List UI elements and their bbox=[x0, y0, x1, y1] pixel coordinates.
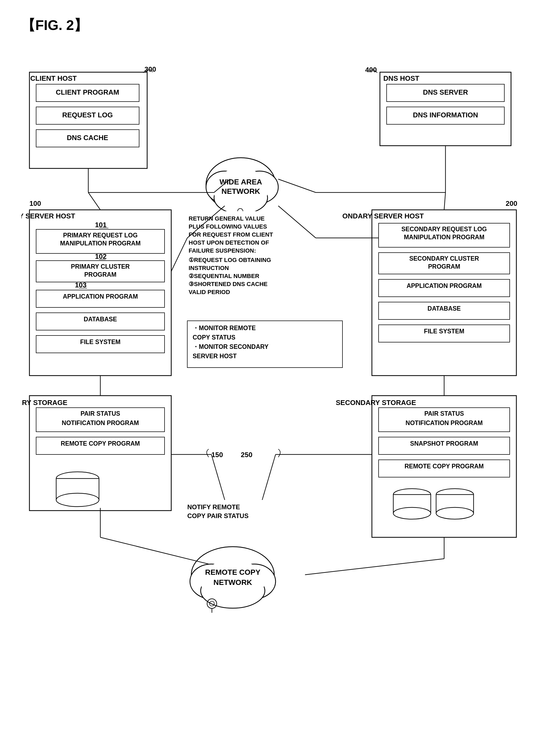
svg-text:REQUEST LOG: REQUEST LOG bbox=[62, 111, 113, 119]
svg-point-103 bbox=[393, 507, 431, 519]
svg-text:MANIPULATION PROGRAM: MANIPULATION PROGRAM bbox=[60, 240, 140, 247]
svg-text:103: 103 bbox=[75, 281, 86, 289]
svg-text:VALID PERIOD: VALID PERIOD bbox=[189, 289, 230, 295]
svg-text:PRIMARY CLUSTER: PRIMARY CLUSTER bbox=[71, 263, 130, 270]
svg-text:FILE SYSTEM: FILE SYSTEM bbox=[424, 328, 465, 335]
svg-text:・MONITOR SECONDARY: ・MONITOR SECONDARY bbox=[193, 343, 268, 350]
svg-text:NETWORK: NETWORK bbox=[213, 578, 252, 587]
svg-text:PROGRAM: PROGRAM bbox=[84, 271, 116, 278]
svg-text:FILE SYSTEM: FILE SYSTEM bbox=[80, 338, 121, 345]
svg-line-129 bbox=[171, 238, 187, 271]
svg-text:APPLICATION PROGRAM: APPLICATION PROGRAM bbox=[407, 282, 482, 289]
svg-text:DATABASE: DATABASE bbox=[428, 305, 461, 312]
svg-text:PRIMARY REQUEST LOG: PRIMARY REQUEST LOG bbox=[63, 232, 138, 239]
svg-text:CLIENT PROGRAM: CLIENT PROGRAM bbox=[56, 88, 119, 96]
svg-line-123 bbox=[88, 192, 100, 210]
svg-text:SECONDARY STORAGE: SECONDARY STORAGE bbox=[336, 399, 416, 407]
svg-line-126 bbox=[278, 179, 316, 192]
svg-text:REMOTE COPY PROGRAM: REMOTE COPY PROGRAM bbox=[61, 440, 140, 447]
svg-text:PRIMARY STORAGE: PRIMARY STORAGE bbox=[21, 399, 67, 407]
svg-text:SNAPSHOT PROGRAM: SNAPSHOT PROGRAM bbox=[410, 440, 478, 447]
svg-text:101: 101 bbox=[95, 221, 106, 229]
svg-text:・MONITOR REMOTE: ・MONITOR REMOTE bbox=[193, 325, 256, 331]
svg-text:COPY STATUS: COPY STATUS bbox=[193, 334, 235, 341]
svg-text:CLIENT HOST: CLIENT HOST bbox=[30, 74, 76, 82]
svg-text:200: 200 bbox=[506, 199, 517, 207]
svg-text:DNS HOST: DNS HOST bbox=[383, 74, 419, 82]
svg-text:COPY PAIR STATUS: COPY PAIR STATUS bbox=[187, 512, 248, 519]
figure-label: 【FIG. 2】 bbox=[21, 16, 524, 35]
svg-text:400: 400 bbox=[365, 66, 377, 74]
svg-text:DNS SERVER: DNS SERVER bbox=[423, 88, 468, 96]
svg-text:PAIR STATUS: PAIR STATUS bbox=[424, 410, 464, 417]
svg-text:PROGRAM: PROGRAM bbox=[428, 263, 460, 270]
svg-line-137 bbox=[262, 454, 276, 500]
svg-text:DNS INFORMATION: DNS INFORMATION bbox=[413, 111, 478, 119]
svg-text:FOR REQUEST FROM CLIENT: FOR REQUEST FROM CLIENT bbox=[189, 231, 273, 238]
page: 【FIG. 2】 CLIENT HOST CLIENT PROGRAM REQU… bbox=[0, 0, 545, 756]
svg-text:REMOTE COPY: REMOTE COPY bbox=[205, 568, 260, 576]
svg-text:SERVER HOST: SERVER HOST bbox=[193, 353, 236, 360]
diagram-container: CLIENT HOST CLIENT PROGRAM REQUEST LOG D… bbox=[21, 51, 524, 756]
svg-text:MANIPULATION PROGRAM: MANIPULATION PROGRAM bbox=[404, 234, 484, 241]
svg-line-135 bbox=[211, 454, 225, 500]
svg-text:INSTRUCTION: INSTRUCTION bbox=[189, 265, 229, 271]
svg-text:WIDE AREA: WIDE AREA bbox=[219, 178, 262, 186]
svg-text:SECONDARY CLUSTER: SECONDARY CLUSTER bbox=[409, 255, 479, 262]
svg-text:REMOTE COPY PROGRAM: REMOTE COPY PROGRAM bbox=[405, 463, 484, 470]
svg-text:150: 150 bbox=[211, 451, 223, 459]
svg-text:DATABASE: DATABASE bbox=[84, 316, 117, 323]
svg-text:NETWORK: NETWORK bbox=[221, 187, 260, 195]
svg-text:③SHORTENED DNS CACHE: ③SHORTENED DNS CACHE bbox=[189, 281, 267, 287]
svg-text:100: 100 bbox=[29, 199, 41, 207]
svg-point-89 bbox=[56, 493, 99, 507]
svg-line-127 bbox=[444, 192, 446, 210]
svg-line-139 bbox=[100, 537, 209, 564]
svg-point-106 bbox=[436, 507, 474, 519]
svg-text:FAILURE SUSPENSION:: FAILURE SUSPENSION: bbox=[189, 247, 256, 254]
svg-text:300: 300 bbox=[144, 65, 156, 73]
svg-text:NOTIFY REMOTE: NOTIFY REMOTE bbox=[187, 503, 240, 511]
svg-text:APPLICATION PROGRAM: APPLICATION PROGRAM bbox=[63, 293, 138, 300]
svg-text:②SEQUENTIAL NUMBER: ②SEQUENTIAL NUMBER bbox=[189, 273, 259, 279]
svg-text:PAIR STATUS: PAIR STATUS bbox=[80, 410, 120, 417]
svg-text:SECONDARY REQUEST LOG: SECONDARY REQUEST LOG bbox=[401, 226, 487, 233]
svg-text:HOST UPON DETECTION OF: HOST UPON DETECTION OF bbox=[189, 239, 269, 246]
svg-text:RETURN GENERAL VALUE: RETURN GENERAL VALUE bbox=[189, 215, 264, 222]
svg-text:NOTIFICATION PROGRAM: NOTIFICATION PROGRAM bbox=[406, 419, 483, 426]
svg-text:NOTIFICATION PROGRAM: NOTIFICATION PROGRAM bbox=[62, 419, 139, 426]
svg-line-141 bbox=[305, 559, 444, 575]
svg-text:PRIMARY SERVER HOST: PRIMARY SERVER HOST bbox=[21, 212, 75, 220]
svg-text:250: 250 bbox=[241, 451, 252, 459]
svg-text:DNS CACHE: DNS CACHE bbox=[67, 134, 108, 142]
svg-text:①REQUEST LOG OBTAINING: ①REQUEST LOG OBTAINING bbox=[189, 257, 271, 263]
svg-text:102: 102 bbox=[95, 252, 106, 260]
